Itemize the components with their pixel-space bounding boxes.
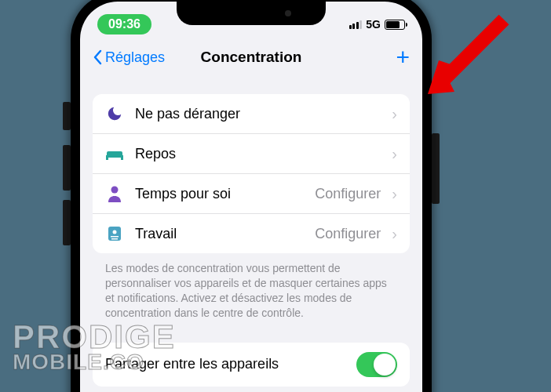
chevron-right-icon: › (392, 225, 397, 243)
footer-description-2: Les modes de concentration sont partagés… (93, 387, 410, 392)
chevron-right-icon: › (392, 105, 397, 123)
status-time[interactable]: 09:36 (97, 14, 151, 34)
signal-icon (349, 20, 363, 29)
mode-label: Repos (135, 146, 370, 162)
svg-rect-8 (111, 238, 118, 240)
share-toggle[interactable] (356, 352, 397, 377)
svg-rect-3 (121, 157, 123, 160)
mode-side: Configurer (315, 186, 381, 202)
mode-personal[interactable]: Temps pour soi Configurer › (93, 174, 410, 214)
share-label: Partager entre les appareils (105, 356, 279, 372)
page-title: Concentration (201, 49, 302, 66)
back-button[interactable]: Réglages (93, 49, 165, 66)
share-section: Partager entre les appareils (93, 343, 410, 387)
svg-line-9 (445, 20, 504, 78)
svg-rect-7 (111, 236, 119, 238)
chevron-right-icon: › (392, 185, 397, 203)
footer-description: Les modes de concentration vous permette… (93, 253, 410, 328)
content: Ne pas déranger › Repos › Temp (80, 75, 422, 392)
status-indicators: 5G (349, 18, 405, 31)
add-button[interactable]: + (396, 45, 410, 69)
network-label: 5G (366, 18, 381, 31)
mode-label: Travail (135, 226, 304, 242)
svg-marker-10 (428, 60, 462, 94)
mode-do-not-disturb[interactable]: Ne pas déranger › (93, 94, 410, 134)
phone-frame: 09:36 5G Réglages Concentration + (71, 0, 432, 392)
svg-rect-1 (106, 155, 123, 158)
nav-bar: Réglages Concentration + (80, 39, 422, 75)
focus-modes-list: Ne pas déranger › Repos › Temp (93, 94, 410, 253)
chevron-left-icon (93, 49, 102, 65)
mode-work[interactable]: Travail Configurer › (93, 214, 410, 253)
bed-icon (105, 144, 124, 163)
phone-screen: 09:36 5G Réglages Concentration + (80, 2, 422, 392)
mode-side: Configurer (315, 226, 381, 242)
mode-sleep[interactable]: Repos › (93, 134, 410, 174)
badge-icon (105, 224, 124, 243)
chevron-right-icon: › (392, 145, 397, 163)
share-across-devices-row[interactable]: Partager entre les appareils (93, 343, 410, 387)
battery-icon (385, 20, 405, 30)
moon-icon (105, 104, 124, 123)
mode-label: Ne pas déranger (135, 106, 370, 122)
svg-marker-11 (428, 73, 454, 94)
mode-label: Temps pour soi (135, 186, 304, 202)
svg-point-4 (111, 187, 119, 194)
back-label: Réglages (105, 49, 165, 66)
svg-point-6 (113, 230, 117, 234)
person-icon (105, 184, 124, 203)
notch (177, 2, 326, 25)
svg-rect-2 (106, 157, 108, 160)
